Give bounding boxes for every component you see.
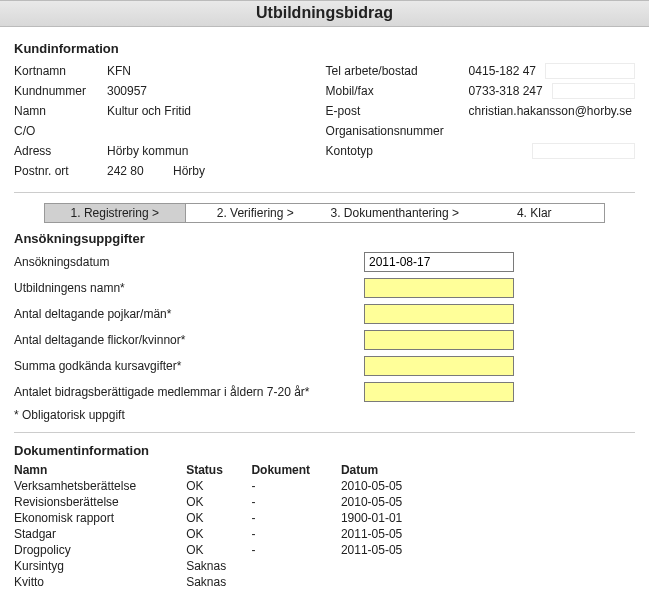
extra-kontotyp-field (532, 143, 635, 159)
divider (14, 432, 635, 433)
table-row: KvittoSaknas (14, 574, 434, 590)
cell-status: Saknas (186, 558, 251, 574)
cell-datum: 1900-01-01 (341, 510, 434, 526)
extra-tel-field (545, 63, 635, 79)
cell-namn: Verksamhetsberättelse (14, 478, 186, 494)
cell-dokument: - (251, 542, 341, 558)
label-kontotyp: Kontotyp (326, 144, 466, 158)
cell-dokument (251, 558, 341, 574)
table-row: Ekonomisk rapportOK-1900-01-01 (14, 510, 434, 526)
customer-info: Kortnamn KFN Kundnummer 300957 Namn Kult… (14, 60, 635, 182)
value-kortnamn: KFN (104, 63, 164, 79)
value-kontotyp (466, 150, 526, 152)
value-co (104, 130, 164, 132)
step-3-dokumenthantering[interactable]: 3. Dokumenthantering > (325, 204, 465, 222)
label-medlemmar: Antalet bidragsberättigade medlemmar i å… (14, 385, 364, 399)
input-pojkar[interactable] (364, 304, 514, 324)
cell-dokument: - (251, 510, 341, 526)
label-utbildningens-namn: Utbildningens namn* (14, 281, 364, 295)
value-ort: Hörby (170, 163, 230, 179)
input-flickor[interactable] (364, 330, 514, 350)
documents-table: Namn Status Dokument Datum Verksamhetsbe… (14, 462, 434, 590)
cell-namn: Revisionsberättelse (14, 494, 186, 510)
label-postnr: Postnr. ort (14, 164, 104, 178)
col-namn: Namn (14, 462, 186, 478)
cell-namn: Drogpolicy (14, 542, 186, 558)
input-utbildningens-namn[interactable] (364, 278, 514, 298)
cell-namn: Kursintyg (14, 558, 186, 574)
cell-datum: 2010-05-05 (341, 478, 434, 494)
label-co: C/O (14, 124, 104, 138)
label-tel: Tel arbete/bostad (326, 64, 466, 78)
label-orgnr: Organisationsnummer (326, 124, 466, 138)
divider (14, 192, 635, 193)
label-epost: E-post (326, 104, 466, 118)
input-medlemmar[interactable] (364, 382, 514, 402)
table-row: VerksamhetsberättelseOK-2010-05-05 (14, 478, 434, 494)
label-kundnummer: Kundnummer (14, 84, 104, 98)
table-row: KursintygSaknas (14, 558, 434, 574)
step-2-verifiering[interactable]: 2. Verifiering > (186, 204, 326, 222)
input-summa[interactable] (364, 356, 514, 376)
cell-status: OK (186, 494, 251, 510)
cell-status: OK (186, 526, 251, 542)
extra-mobil-field (552, 83, 635, 99)
section-customer-heading: Kundinformation (14, 41, 635, 56)
input-ansokningsdatum[interactable] (364, 252, 514, 272)
cell-dokument: - (251, 494, 341, 510)
value-adress: Hörby kommun (104, 143, 244, 159)
section-documents-heading: Dokumentinformation (14, 443, 635, 458)
label-adress: Adress (14, 144, 104, 158)
section-application-heading: Ansökningsuppgifter (14, 231, 635, 246)
value-epost: christian.hakansson@horby.se (466, 103, 635, 119)
table-row: RevisionsberättelseOK-2010-05-05 (14, 494, 434, 510)
cell-status: OK (186, 542, 251, 558)
col-datum: Datum (341, 462, 434, 478)
label-flickor: Antal deltagande flickor/kvinnor* (14, 333, 364, 347)
label-namn: Namn (14, 104, 104, 118)
cell-datum (341, 574, 434, 590)
cell-status: OK (186, 510, 251, 526)
value-tel: 0415-182 47 (466, 63, 539, 79)
label-ansokningsdatum: Ansökningsdatum (14, 255, 364, 269)
cell-dokument (251, 574, 341, 590)
table-row: DrogpolicyOK-2011-05-05 (14, 542, 434, 558)
cell-namn: Ekonomisk rapport (14, 510, 186, 526)
page-title: Utbildningsbidrag (0, 0, 649, 27)
cell-namn: Stadgar (14, 526, 186, 542)
required-note: * Obligatorisk uppgift (14, 408, 125, 422)
value-postnr: 242 80 (104, 163, 164, 179)
label-kortnamn: Kortnamn (14, 64, 104, 78)
value-kundnummer: 300957 (104, 83, 164, 99)
step-1-registrering[interactable]: 1. Registrering > (45, 204, 186, 222)
cell-dokument: - (251, 526, 341, 542)
label-pojkar: Antal deltagande pojkar/män* (14, 307, 364, 321)
label-mobil: Mobil/fax (326, 84, 466, 98)
cell-datum: 2010-05-05 (341, 494, 434, 510)
value-orgnr (466, 130, 526, 132)
step-bar: 1. Registrering > 2. Verifiering > 3. Do… (44, 203, 605, 223)
cell-datum (341, 558, 434, 574)
cell-datum: 2011-05-05 (341, 542, 434, 558)
value-mobil: 0733-318 247 (466, 83, 546, 99)
table-row: StadgarOK-2011-05-05 (14, 526, 434, 542)
value-namn: Kultur och Fritid (104, 103, 244, 119)
col-dokument: Dokument (251, 462, 341, 478)
step-4-klar[interactable]: 4. Klar (465, 204, 605, 222)
col-status: Status (186, 462, 251, 478)
cell-status: Saknas (186, 574, 251, 590)
cell-status: OK (186, 478, 251, 494)
cell-dokument: - (251, 478, 341, 494)
label-summa: Summa godkända kursavgifter* (14, 359, 364, 373)
cell-namn: Kvitto (14, 574, 186, 590)
cell-datum: 2011-05-05 (341, 526, 434, 542)
